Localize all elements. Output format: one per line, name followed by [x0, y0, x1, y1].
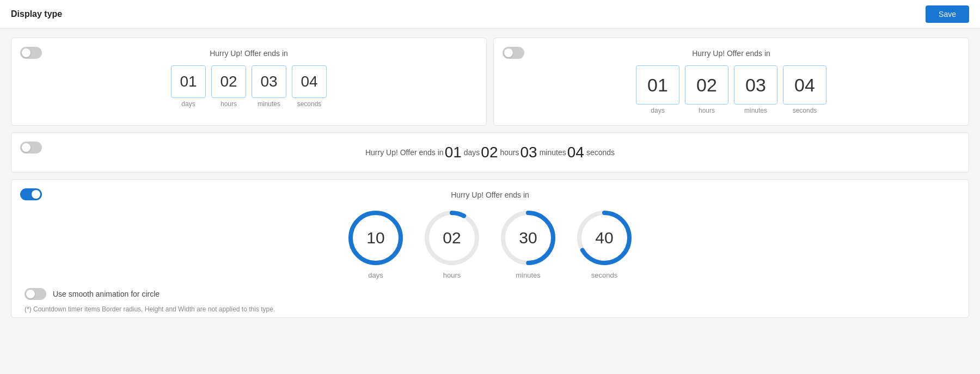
circle-hours: 02 hours — [422, 208, 482, 279]
circle-hours-num: 02 — [443, 229, 461, 247]
card1-days: 01 days — [171, 65, 206, 108]
circle-seconds-num: 40 — [595, 229, 613, 247]
circle-days-label: days — [368, 271, 383, 279]
circle-seconds-label: seconds — [591, 271, 617, 279]
card-box-small: Hurry Up! Offer ends in 01 days 02 hours… — [11, 38, 487, 126]
card2-seconds: 04 seconds — [783, 65, 826, 114]
card2-seconds-num: 04 — [783, 65, 826, 105]
card1-hours: 02 hours — [211, 65, 246, 108]
card1-seconds: 04 seconds — [292, 65, 327, 108]
smooth-animation-row: Use smooth animation for circle — [24, 288, 955, 300]
card1-boxes: 01 days 02 hours 03 minutes 04 seconds — [24, 65, 473, 108]
toggle-wrap-4 — [20, 188, 42, 202]
card-box-large: Hurry Up! Offer ends in 01 days 02 hours… — [493, 38, 969, 126]
inline-minutes-label: minutes — [540, 148, 566, 157]
card2-days: 01 days — [636, 65, 679, 114]
inline-hours-num: 02 — [481, 144, 498, 161]
note-text: (*) Countdown timer items Border radius,… — [24, 305, 955, 313]
toggle-3[interactable] — [20, 142, 42, 154]
circle-days-num: 10 — [366, 229, 384, 247]
toggle-3-slider — [20, 142, 42, 154]
card1-days-label: days — [181, 100, 195, 108]
card2-minutes-num: 03 — [734, 65, 777, 105]
card2-days-num: 01 — [636, 65, 679, 105]
circles-row: 10 days 02 hours — [24, 208, 955, 279]
circle-hours-wrap: 02 — [422, 208, 482, 268]
smooth-label: Use smooth animation for circle — [53, 290, 160, 298]
circle-seconds: 40 seconds — [574, 208, 634, 279]
inline-seconds-num: 04 — [567, 144, 584, 161]
card-circle: Hurry Up! Offer ends in 10 days — [11, 179, 969, 318]
circle-minutes-label: minutes — [516, 271, 541, 279]
page-title: Display type — [11, 9, 62, 19]
card2-hours-label: hours — [699, 107, 715, 114]
page-header: Display type Save — [0, 0, 980, 29]
card2-seconds-label: seconds — [793, 107, 817, 114]
circle-minutes-num: 30 — [519, 229, 537, 247]
card1-seconds-label: seconds — [297, 100, 322, 108]
toggle-2-slider — [503, 47, 524, 59]
toggle-4[interactable] — [20, 188, 42, 200]
card2-minutes-label: minutes — [744, 107, 767, 114]
smooth-toggle-slider — [24, 288, 46, 300]
toggle-wrap-3 — [20, 142, 42, 155]
card2-minutes: 03 minutes — [734, 65, 777, 114]
inline-countdown: Hurry Up! Offer ends in 01 days 02 hours… — [24, 144, 955, 161]
toggle-wrap-2 — [503, 47, 524, 60]
main-content: Hurry Up! Offer ends in 01 days 02 hours… — [0, 29, 980, 333]
toggle-4-slider — [20, 188, 42, 200]
toggle-2[interactable] — [503, 47, 524, 59]
circle-minutes-wrap: 30 — [498, 208, 558, 268]
card2-title: Hurry Up! Offer ends in — [507, 49, 955, 58]
save-button[interactable]: Save — [926, 5, 969, 23]
inline-minutes-num: 03 — [520, 144, 537, 161]
toggle-1-slider — [20, 47, 42, 59]
card1-hours-label: hours — [220, 100, 237, 108]
inline-days-num: 01 — [445, 144, 462, 161]
circle-minutes: 30 minutes — [498, 208, 558, 279]
card1-seconds-num: 04 — [292, 65, 327, 98]
card-inline: Hurry Up! Offer ends in 01 days 02 hours… — [11, 132, 969, 173]
inline-prefix: Hurry Up! Offer ends in — [365, 148, 444, 157]
card2-days-label: days — [651, 107, 664, 114]
circle-hours-label: hours — [443, 271, 461, 279]
card2-boxes: 01 days 02 hours 03 minutes 04 seconds — [507, 65, 955, 114]
inline-seconds-label: seconds — [586, 148, 615, 157]
card1-minutes-num: 03 — [252, 65, 286, 98]
card2-hours-num: 02 — [685, 65, 728, 105]
card1-hours-num: 02 — [211, 65, 246, 98]
inline-hours-label: hours — [500, 148, 519, 157]
circle-days: 10 days — [346, 208, 406, 279]
card1-title: Hurry Up! Offer ends in — [24, 49, 473, 58]
circle-days-wrap: 10 — [346, 208, 406, 268]
card1-days-num: 01 — [171, 65, 206, 98]
smooth-toggle[interactable] — [24, 288, 46, 300]
toggle-1[interactable] — [20, 47, 42, 59]
card1-minutes-label: minutes — [258, 100, 280, 108]
cards-row-1: Hurry Up! Offer ends in 01 days 02 hours… — [11, 38, 969, 126]
card2-hours: 02 hours — [685, 65, 728, 114]
inline-days-label: days — [464, 148, 480, 157]
card4-title: Hurry Up! Offer ends in — [24, 191, 955, 199]
card1-minutes: 03 minutes — [252, 65, 286, 108]
toggle-wrap-1 — [20, 47, 42, 60]
circle-seconds-wrap: 40 — [574, 208, 634, 268]
